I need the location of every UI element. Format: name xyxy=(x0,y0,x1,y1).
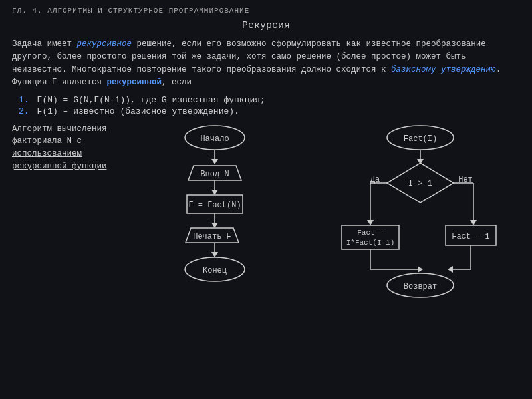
svg-marker-11 xyxy=(211,223,218,228)
svg-text:Возврат: Возврат xyxy=(404,282,437,291)
left-diagram: Начало Ввод N F = Fact(N) Печать F xyxy=(115,123,315,299)
numbered-list: 1. F(N) = G(N,F(N-1)), где G известная ф… xyxy=(19,95,520,116)
section-title: Рекурсия xyxy=(12,20,520,31)
right-flowchart-svg: Fact(I) I > 1 Да Нет Fact = I*Fact(I-1 xyxy=(334,123,507,299)
svg-marker-42 xyxy=(448,266,453,273)
svg-marker-15 xyxy=(211,252,218,257)
lower-section: Алгоритм вычисления факториала N с испол… xyxy=(12,123,520,299)
list-text-1: F(N) = G(N,F(N-1)), где G известная функ… xyxy=(37,95,265,105)
left-flowchart-svg: Начало Ввод N F = Fact(N) Печать F xyxy=(162,123,268,296)
svg-text:Fact =: Fact = xyxy=(357,229,384,237)
page: Гл. 4. АЛГОРИТМЫ И СТРУКТУРНОЕ ПРОГРАММИ… xyxy=(0,0,532,399)
svg-text:I > 1: I > 1 xyxy=(408,179,432,188)
chapter-header: Гл. 4. АЛГОРИТМЫ И СТРУКТУРНОЕ ПРОГРАММИ… xyxy=(12,7,520,15)
svg-text:Начало: Начало xyxy=(200,134,229,144)
svg-marker-28 xyxy=(367,220,374,225)
svg-marker-39 xyxy=(418,266,423,273)
svg-text:F = Fact(N): F = Fact(N) xyxy=(188,201,241,210)
svg-text:Fact = 1: Fact = 1 xyxy=(452,232,490,241)
svg-text:Конец: Конец xyxy=(203,266,227,275)
italic-recurse: рекурсивное xyxy=(77,39,132,49)
svg-marker-3 xyxy=(211,159,218,164)
list-item-2: 2. F(1) – известно (базисное утверждение… xyxy=(19,106,520,116)
bold-recursive: рекурсивной xyxy=(107,78,162,87)
svg-text:Fact(I): Fact(I) xyxy=(404,134,437,144)
svg-marker-7 xyxy=(211,190,218,195)
right-diagram: Fact(I) I > 1 Да Нет Fact = I*Fact(I-1 xyxy=(321,123,521,299)
list-text-2: F(1) – известно (базисное утверждение). xyxy=(37,106,239,116)
list-num-2: 2. xyxy=(19,106,29,116)
italic-base: базисному утверждению xyxy=(391,65,496,74)
list-item-1: 1. F(N) = G(N,F(N-1)), где G известная ф… xyxy=(19,95,520,105)
svg-marker-34 xyxy=(470,220,477,225)
algo-label: Алгоритм вычисления факториала N с испол… xyxy=(12,123,108,299)
svg-text:I*Fact(I-1): I*Fact(I-1) xyxy=(346,239,395,247)
list-num-1: 1. xyxy=(19,95,29,105)
svg-text:Ввод N: Ввод N xyxy=(200,170,229,179)
main-paragraph: Задача имеет рекурсивное решение, если е… xyxy=(12,38,520,90)
svg-text:Печать F: Печать F xyxy=(193,232,231,241)
